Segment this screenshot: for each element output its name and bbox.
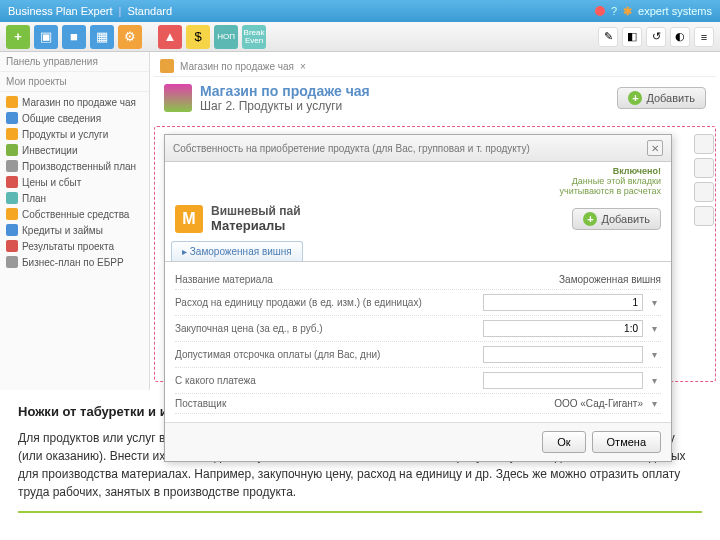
page-thumb-icon [164,84,192,112]
sidebar-item[interactable]: Продукты и услуги [0,126,149,142]
page-title: Магазин по продаже чая [200,83,370,99]
plus-icon: + [628,91,642,105]
tab-cherry[interactable]: ▸ Замороженная вишня [171,241,303,261]
main-toolbar: + ▣ ■ ▦ ⚙ ▲ $ НОП BreakEven ✎ ◧ ↺ ◐ ≡ [0,22,720,52]
brand-text: expert systems [638,5,712,17]
credit-icon [6,224,18,236]
row-label: С какого платежа [175,375,483,386]
plan2-icon [6,192,18,204]
qty-input[interactable] [483,294,643,311]
dialog-title: Собственность на приобретение продукта (… [173,143,530,154]
sidebar-item-project[interactable]: Магазин по продаже чая [0,94,149,110]
plan-icon [6,160,18,172]
title-bar: Business Plan Expert | Standard ? ✱ expe… [0,0,720,22]
row-label: Закупочная цена (за ед., в руб.) [175,323,483,334]
row-label: Поставщик [175,398,443,409]
breadcrumb-item[interactable]: Магазин по продаже чая [180,61,294,72]
non-button[interactable]: НОП [214,25,238,49]
supplier-value: ООО «Сад-Гигант» [443,398,643,409]
row-value: Замороженная вишня [461,274,661,285]
sidebar-item[interactable]: Результаты проекта [0,238,149,254]
tool-5[interactable]: ≡ [694,27,714,47]
info-icon [6,112,18,124]
price-icon [6,176,18,188]
open-button[interactable]: ▣ [34,25,58,49]
sidebar-item[interactable]: Кредиты и займы [0,222,149,238]
stepper-icon[interactable]: ▾ [647,349,661,360]
tool-4[interactable]: ◐ [670,27,690,47]
status-dot-icon [595,6,605,16]
divider [18,511,702,513]
stepper-icon[interactable]: ▾ [647,297,661,308]
own-icon [6,208,18,220]
material-icon: М [175,205,203,233]
price-input[interactable] [483,320,643,337]
delay-input[interactable] [483,346,643,363]
side-tool-2[interactable] [694,158,714,178]
stepper-icon[interactable]: ▾ [647,323,661,334]
tool-2[interactable]: ◧ [622,27,642,47]
materials-label: Материалы [211,218,301,233]
sidebar-item[interactable]: Производственный план [0,158,149,174]
sidebar-item[interactable]: Собственные средства [0,206,149,222]
dialog-add-button[interactable]: + Добавить [572,208,661,230]
chart-button[interactable]: ▲ [158,25,182,49]
pay-input[interactable] [483,372,643,389]
save-button[interactable]: ■ [62,25,86,49]
new-button[interactable]: + [6,25,30,49]
brand-icon: ✱ [623,5,632,18]
ebrd-icon [6,256,18,268]
edition: Standard [127,5,172,17]
sidebar-item[interactable]: Инвестиции [0,142,149,158]
breadcrumb: Магазин по продаже чая × [154,56,716,77]
row-label: Название материала [175,274,461,285]
project-icon [6,96,18,108]
sidebar-item[interactable]: План [0,190,149,206]
add-button[interactable]: + Добавить [617,87,706,109]
folder-button[interactable]: ▦ [90,25,114,49]
sidebar-section: Мои проекты [0,72,149,92]
sidebar-header: Панель управления [0,52,149,72]
plus-icon: + [583,212,597,226]
home-icon[interactable] [160,59,174,73]
sidebar-item[interactable]: Цены и сбыт [0,174,149,190]
results-icon [6,240,18,252]
dialog-status: Включено! Данные этой вкладки учитываютс… [165,162,671,200]
money-button[interactable]: $ [186,25,210,49]
row-label: Допустимая отсрочка оплаты (для Вас, дни… [175,349,483,360]
stepper-icon[interactable]: ▾ [647,375,661,386]
side-tool-3[interactable] [694,182,714,202]
dropdown-icon[interactable]: ▾ [647,398,661,409]
sidebar: Панель управления Мои проекты Магазин по… [0,52,150,390]
cancel-button[interactable]: Отмена [592,431,661,453]
product-name: Вишневый пай [211,204,301,218]
app-name: Business Plan Expert [8,5,113,17]
side-tool-1[interactable] [694,134,714,154]
tool-3[interactable]: ↺ [646,27,666,47]
ok-button[interactable]: Ок [542,431,585,453]
close-button[interactable]: ✕ [647,140,663,156]
tool-1[interactable]: ✎ [598,27,618,47]
sidebar-item[interactable]: Бизнес-план по ЕБРР [0,254,149,270]
materials-dialog: Собственность на приобретение продукта (… [164,134,672,462]
invest-icon [6,144,18,156]
side-tool-4[interactable] [694,206,714,226]
sidebar-item[interactable]: Общие сведения [0,110,149,126]
break-even-button[interactable]: BreakEven [242,25,266,49]
products-icon [6,128,18,140]
settings-button[interactable]: ⚙ [118,25,142,49]
row-label: Расход на единицу продажи (в ед. изм.) (… [175,297,483,308]
content-area: Магазин по продаже чая × Магазин по прод… [150,52,720,390]
page-step: Шаг 2. Продукты и услуги [200,99,370,113]
